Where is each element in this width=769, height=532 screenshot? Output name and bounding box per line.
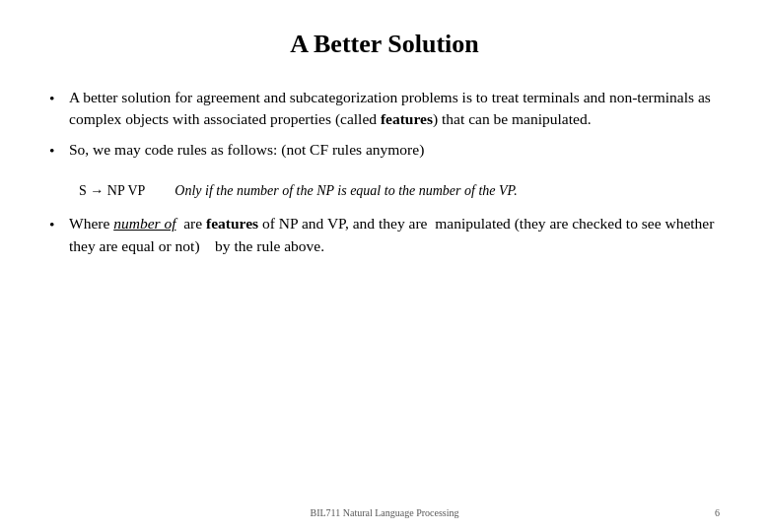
bullet-text-3: Where number of are features of NP and V… — [69, 213, 720, 257]
bullet-dot-3: • — [49, 214, 69, 235]
bold-features-1: features — [381, 110, 433, 127]
bullet-item-2: • So, we may code rules as follows: (not… — [49, 139, 720, 162]
slide: A Better Solution • A better solution fo… — [0, 0, 769, 532]
bullet-list-2: • Where number of are features of NP and… — [49, 213, 720, 265]
rule-lhs: S → NP VP — [79, 183, 145, 199]
bullet-text-2: So, we may code rules as follows: (not C… — [69, 139, 720, 161]
slide-title: A Better Solution — [49, 30, 720, 59]
footer-course: BIL711 Natural Language Processing — [311, 507, 459, 518]
bullet-list: • A better solution for agreement and su… — [49, 87, 720, 169]
number-of-text: number of — [113, 215, 175, 232]
rule-block: S → NP VP Only if the number of the NP i… — [79, 183, 720, 199]
slide-content: • A better solution for agreement and su… — [49, 87, 720, 493]
footer: BIL711 Natural Language Processing — [0, 507, 769, 518]
bullet-dot-1: • — [49, 88, 69, 109]
footer-page: 6 — [715, 507, 720, 518]
rule-rhs: Only if the number of the NP is equal to… — [175, 183, 518, 199]
bold-features-2: features — [206, 215, 258, 232]
bullet-dot-2: • — [49, 140, 69, 162]
bullet-text-1: A better solution for agreement and subc… — [69, 87, 720, 131]
bullet-item-3: • Where number of are features of NP and… — [49, 213, 720, 257]
bullet-item-1: • A better solution for agreement and su… — [49, 87, 720, 131]
